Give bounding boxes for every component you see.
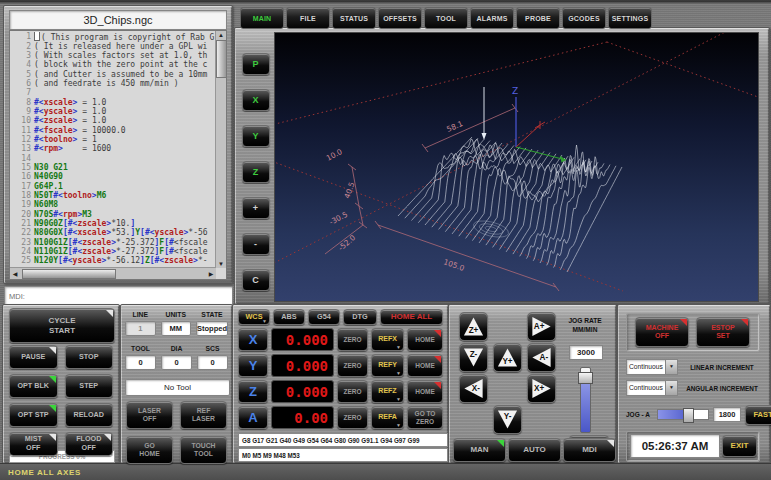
dtg-button[interactable]: DTG: [343, 309, 377, 325]
zoom-in-button[interactable]: +: [242, 197, 270, 219]
preview-panel: PXYZ+-C: [234, 27, 770, 305]
vertical-scroll-thumb[interactable]: [216, 40, 227, 78]
home-A-button[interactable]: GO TOZERO: [407, 406, 443, 429]
axis-A-button[interactable]: A: [238, 406, 268, 429]
view-z-button[interactable]: Z: [242, 161, 270, 183]
home-X-button[interactable]: HOME: [407, 328, 443, 351]
tab-settings[interactable]: SETTINGS: [608, 7, 652, 29]
estop-set-button[interactable]: ESTOPSET: [696, 317, 750, 347]
mdi-mode-button[interactable]: MDI: [563, 438, 616, 462]
ref-A-button[interactable]: REFA▼: [371, 406, 404, 429]
optional-block-button[interactable]: OPT BLK: [9, 374, 58, 398]
toolpath-3d-view[interactable]: 10.0 40.5 -30.5 -52.0 105.0 58.1 Z: [274, 32, 759, 302]
jog-z-plus-button[interactable]: Z+: [459, 312, 488, 341]
svg-text:Z-: Z-: [470, 350, 478, 359]
wcs-button[interactable]: WCS▼: [238, 309, 270, 325]
jog-y-minus-button[interactable]: Y-: [493, 405, 522, 434]
file-title: 3D_Chips.ngc: [9, 10, 227, 30]
horizontal-scrollbar[interactable]: ◀ ▶: [10, 267, 216, 279]
zero-Z-button[interactable]: ZERO: [337, 380, 368, 403]
gcode-line: 16N40G90: [10, 172, 216, 181]
jog-arrow-icon: X-: [462, 377, 485, 400]
tab-gcodes[interactable]: GCODES: [562, 7, 606, 29]
abs-button[interactable]: ABS: [273, 309, 305, 325]
gcode-line: 25N120Y[#<yscale>*-56.12]Z[#<zscale>*-: [10, 256, 216, 265]
vertical-scrollbar[interactable]: ▲ ▼: [215, 31, 226, 268]
cycle-button-grid: PAUSESTOPOPT BLKSTEPOPT STPRELOADMISTOFF…: [9, 345, 113, 456]
exit-button[interactable]: EXIT: [722, 435, 757, 457]
flood-button[interactable]: FLOODOFF: [65, 432, 114, 456]
jog-arrow-icon: Y+: [496, 346, 519, 369]
ref-X-button[interactable]: REFX▼: [371, 328, 404, 351]
status-bar-message: HOME ALL AXES: [8, 468, 81, 477]
home-Y-button[interactable]: HOME: [407, 354, 443, 377]
scroll-right-icon[interactable]: ▶: [206, 270, 216, 277]
home-Z-button[interactable]: HOME: [407, 380, 443, 403]
jog-a-value[interactable]: 1800: [713, 407, 741, 422]
auto-mode-button[interactable]: AUTO: [508, 438, 561, 462]
tab-status[interactable]: STATUS: [332, 7, 376, 29]
linear-increment-select[interactable]: Continuous▼: [626, 359, 678, 375]
increment-rows: Continuous▼LINEAR INCREMENTContinuous▼AN…: [626, 360, 762, 395]
scroll-left-icon[interactable]: ◀: [10, 270, 20, 277]
jog-a-minus-button[interactable]: A-: [527, 343, 556, 372]
zero-A-button[interactable]: ZERO: [337, 406, 368, 429]
scroll-down-icon[interactable]: ▼: [216, 260, 226, 268]
chevron-down-icon[interactable]: ▼: [665, 381, 677, 395]
scroll-up-icon[interactable]: ▲: [216, 31, 226, 39]
g54-button[interactable]: G54: [308, 309, 340, 325]
horizontal-scroll-track[interactable]: [20, 268, 206, 279]
reload-button[interactable]: RELOAD: [65, 403, 114, 427]
view-perspective-button[interactable]: P: [242, 53, 270, 75]
horizontal-scroll-thumb[interactable]: [22, 269, 116, 279]
jog-rate-slider-handle[interactable]: [578, 372, 593, 384]
mdi-input[interactable]: MDI:: [4, 286, 233, 306]
chevron-down-icon: ▼: [262, 319, 267, 324]
cycle-start-button[interactable]: CYCLESTART: [9, 308, 115, 343]
jog-x-minus-button[interactable]: X-: [459, 374, 488, 403]
gcode-editor[interactable]: 1( This program is copyright of Rab G2( …: [9, 30, 227, 280]
clear-view-button[interactable]: C: [242, 269, 270, 291]
optional-stop-button[interactable]: OPT STP: [9, 403, 58, 427]
tab-alarms[interactable]: ALARMS: [470, 7, 514, 29]
tab-probe[interactable]: PROBE: [516, 7, 560, 29]
go-home-button[interactable]: GOHOME: [126, 436, 173, 464]
home-all-button[interactable]: HOME ALL: [380, 309, 443, 325]
jog-y-plus-button[interactable]: Y+: [493, 343, 522, 372]
zero-X-button[interactable]: ZERO: [337, 328, 368, 351]
touch-tool-button[interactable]: TOUCHTOOL: [180, 436, 227, 464]
view-x-button[interactable]: X: [242, 89, 270, 111]
angular-increment-select[interactable]: Continuous▼: [626, 380, 678, 396]
jog-a-fast-button[interactable]: FAST: [745, 405, 771, 425]
jog-a-slider[interactable]: [657, 409, 709, 420]
machine-off-button[interactable]: MACHINEOFF: [635, 317, 689, 347]
jog-x-plus-button[interactable]: X+: [527, 374, 556, 403]
tab-main[interactable]: MAIN: [240, 7, 284, 29]
tab-tool[interactable]: TOOL: [424, 7, 468, 29]
jog-arrow-icon: A+: [530, 315, 553, 338]
ref-laser-button[interactable]: REFLASER: [180, 401, 227, 429]
mist-button[interactable]: MISTOFF: [9, 432, 58, 456]
manual-mode-button[interactable]: MAN: [453, 438, 506, 462]
jog-rate-value[interactable]: 3000: [569, 345, 603, 360]
tab-offsets[interactable]: OFFSETS: [378, 7, 422, 29]
ref-Z-button[interactable]: REFZ▼: [371, 380, 404, 403]
pause-button[interactable]: PAUSE: [9, 345, 58, 369]
chevron-down-icon[interactable]: ▼: [665, 360, 677, 374]
axis-Y-button[interactable]: Y: [238, 354, 268, 377]
step-button[interactable]: STEP: [65, 374, 114, 398]
dia-field: 0: [161, 355, 192, 370]
jog-rate-slider[interactable]: [580, 367, 591, 433]
axis-Z-button[interactable]: Z: [238, 380, 268, 403]
view-y-button[interactable]: Y: [242, 125, 270, 147]
ref-Y-button[interactable]: REFY▼: [371, 354, 404, 377]
tab-file[interactable]: FILE: [286, 7, 330, 29]
zero-Y-button[interactable]: ZERO: [337, 354, 368, 377]
zoom-out-button[interactable]: -: [242, 233, 270, 255]
jog-a-plus-button[interactable]: A+: [527, 312, 556, 341]
jog-a-slider-handle[interactable]: [683, 408, 694, 423]
axis-X-button[interactable]: X: [238, 328, 268, 351]
jog-z-minus-button[interactable]: Z-: [459, 343, 488, 372]
stop-button[interactable]: STOP: [65, 345, 114, 369]
laser-button[interactable]: LASEROFF: [126, 401, 173, 429]
